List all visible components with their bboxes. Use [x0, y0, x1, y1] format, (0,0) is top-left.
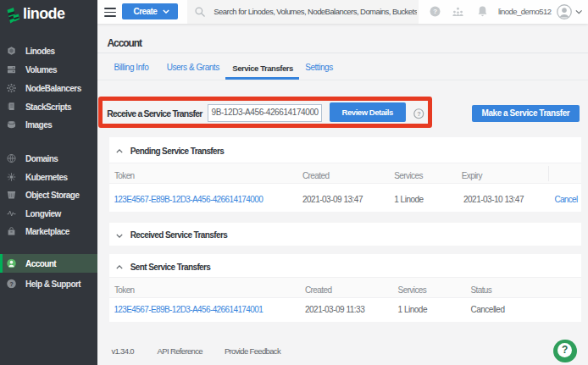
svg-text:?: ?: [10, 280, 14, 286]
svg-text:?: ?: [433, 8, 437, 15]
